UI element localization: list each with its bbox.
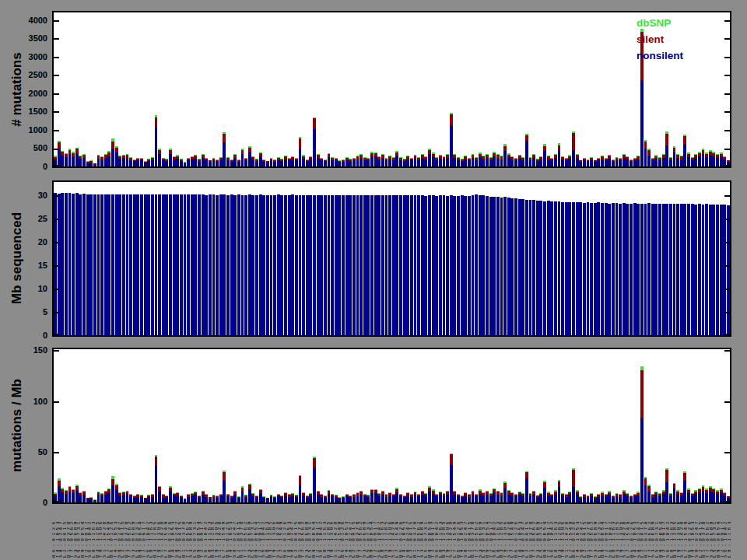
bar-segment-nonsilent — [432, 157, 435, 166]
bar-sample — [291, 182, 294, 335]
bar-segment-mb-sequenced — [392, 195, 395, 335]
bar-segment-nonsilent — [212, 160, 216, 166]
bar-segment-mb-sequenced — [313, 195, 316, 335]
x-tick-label: B1-0378 — [471, 508, 474, 558]
bar-segment-mb-sequenced — [370, 195, 374, 335]
x-tick-label: T2-0917 — [431, 508, 434, 558]
bar-segment-nonsilent — [89, 499, 93, 502]
bar-sample — [446, 182, 449, 335]
y-tick-label: 50 — [12, 446, 47, 457]
bar-segment-nonsilent — [270, 497, 273, 502]
bar-sample — [395, 349, 398, 502]
bar-sample — [673, 182, 676, 335]
x-tick-label: L2-0415 — [352, 508, 355, 558]
bar-segment-mb-sequenced — [122, 194, 125, 335]
bar-segment-mb-sequenced — [320, 195, 323, 335]
bar-segment-nonsilent — [640, 80, 644, 166]
bar-sample — [244, 182, 247, 335]
bar-sample — [176, 182, 179, 335]
bar-sample — [72, 349, 75, 502]
bar-sample — [241, 12, 244, 166]
bar-sample — [198, 182, 201, 335]
bar-segment-nonsilent — [669, 496, 672, 502]
bar-segment-nonsilent — [594, 499, 597, 502]
bar-sample — [457, 182, 460, 335]
bar-sample — [539, 12, 542, 166]
bar-segment-mb-sequenced — [694, 205, 697, 335]
bar-segment-nonsilent — [140, 160, 143, 166]
x-tick-label: B3-1285 — [500, 508, 503, 558]
bar-segment-nonsilent — [104, 158, 107, 166]
bar-segment-mb-sequenced — [500, 198, 503, 335]
bar-sample — [86, 349, 89, 502]
y-tick-label: 10 — [12, 283, 47, 294]
bar-segment-nonsilent — [241, 154, 244, 166]
bar-sample — [107, 182, 110, 335]
bar-sample — [510, 182, 514, 335]
x-tick-label: S6-1042 — [493, 508, 496, 558]
bar-sample — [169, 182, 172, 335]
bar-sample — [54, 349, 57, 502]
bar-sample — [691, 182, 694, 335]
x-tick-label: T4-1053 — [171, 508, 174, 558]
bar-segment-mb-sequenced — [184, 194, 187, 335]
bar-sample — [615, 12, 619, 166]
bar-segment-nonsilent — [453, 495, 456, 502]
bar-segment-mb-sequenced — [615, 203, 619, 335]
bar-sample — [349, 12, 352, 166]
bar-segment-silent — [572, 470, 575, 487]
bar-sample — [320, 182, 323, 335]
bar-segment-mb-sequenced — [705, 204, 708, 335]
y-tick-mark — [724, 20, 730, 22]
bar-segment-mb-sequenced — [395, 195, 398, 335]
bar-segment-nonsilent — [136, 160, 139, 166]
bar-segment-nonsilent — [366, 160, 370, 166]
y-tick-mark — [54, 501, 59, 502]
bar-segment-nonsilent — [673, 488, 676, 502]
bar-segment-nonsilent — [140, 497, 143, 502]
bar-segment-mb-sequenced — [644, 204, 647, 335]
bar-sample — [644, 349, 647, 502]
bar-sample — [608, 12, 611, 166]
bar-segment-nonsilent — [155, 128, 158, 166]
bar-sample — [443, 12, 446, 166]
bar-segment-nonsilent — [644, 485, 647, 502]
bar-sample — [640, 182, 644, 335]
bar-segment-nonsilent — [615, 160, 619, 166]
bar-segment-nonsilent — [237, 498, 240, 502]
bar-sample — [61, 182, 64, 335]
bar-segment-nonsilent — [205, 160, 208, 166]
bar-sample — [176, 349, 179, 502]
bar-sample — [414, 349, 417, 502]
bar-sample — [366, 12, 370, 166]
bar-segment-mb-sequenced — [147, 194, 150, 335]
bar-segment-nonsilent — [244, 160, 247, 166]
bar-sample — [338, 349, 341, 502]
bar-sample — [277, 349, 280, 502]
bar-segment-nonsilent — [532, 158, 535, 166]
bars-mb-sequenced — [54, 182, 730, 335]
y-tick-mark — [54, 111, 59, 113]
bar-segment-nonsilent — [356, 495, 359, 502]
bar-segment-mb-sequenced — [475, 194, 478, 335]
y-tick-label: 150 — [12, 345, 47, 355]
y-tick-mark — [54, 452, 59, 453]
bar-segment-silent — [58, 481, 61, 486]
bar-segment-nonsilent — [191, 159, 194, 166]
bar-segment-mb-sequenced — [453, 196, 456, 335]
bar-sample — [619, 182, 622, 335]
bar-sample — [93, 182, 96, 335]
bar-sample — [622, 182, 626, 335]
bar-segment-mb-sequenced — [317, 195, 320, 335]
bar-sample — [507, 349, 510, 502]
x-tick-label: S8-0247 — [521, 508, 524, 558]
bar-sample — [694, 182, 697, 335]
bar-segment-nonsilent — [388, 495, 391, 502]
bar-sample — [601, 182, 604, 335]
bar-segment-mb-sequenced — [640, 204, 644, 335]
bar-sample — [209, 349, 212, 502]
bar-sample — [140, 182, 143, 335]
bar-segment-nonsilent — [654, 495, 658, 502]
bar-segment-nonsilent — [500, 495, 503, 502]
bar-segment-mb-sequenced — [388, 195, 391, 335]
